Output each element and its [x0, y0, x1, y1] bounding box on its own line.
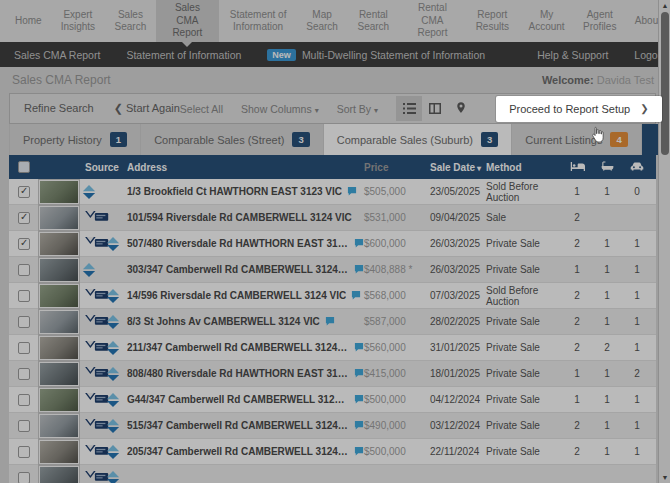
comment-bubble-icon[interactable] — [354, 369, 364, 378]
property-address-link[interactable]: 101/594 Riversdale Rd CAMBERWELL 3124 VI… — [127, 212, 352, 223]
price-cell: $500,000 — [364, 446, 430, 457]
sale-date-cell: 18/01/2025 — [430, 368, 486, 379]
table-row: 211/347 Camberwell Rd CAMBERWELL 3124 VI… — [9, 335, 656, 361]
col-header-sale-date[interactable]: Sale Date▾ — [430, 162, 486, 173]
beds-cell: 2 — [562, 238, 592, 249]
property-thumbnail[interactable] — [39, 310, 79, 334]
nav-item[interactable]: Report Results — [465, 0, 519, 42]
method-cell: Sold Before Auction — [486, 285, 562, 307]
property-thumbnail[interactable] — [39, 284, 79, 308]
grid-view-icon — [429, 103, 441, 114]
subnav-link[interactable]: Sales CMA Report — [14, 49, 100, 61]
sale-date-cell: 26/03/2025 — [430, 264, 486, 275]
row-checkbox[interactable] — [18, 394, 30, 406]
vertical-scrollbar[interactable]: ▲ ▼ — [658, 0, 670, 483]
property-address-link[interactable]: 808/480 Riversdale Rd HAWTHORN EAST 3123… — [127, 368, 349, 379]
proceed-to-report-setup-button[interactable]: Proceed to Report Setup ❯ — [496, 96, 661, 122]
row-checkbox[interactable] — [18, 342, 30, 354]
row-checkbox[interactable] — [18, 420, 30, 432]
nav-item[interactable]: Sales CMA Report — [156, 0, 219, 42]
select-all-checkbox[interactable] — [18, 161, 30, 173]
nav-item[interactable]: Sales Search — [105, 0, 156, 42]
nav-item[interactable]: Rental CMA Report — [400, 0, 465, 42]
property-address-link[interactable]: 205/347 Camberwell Rd CAMBERWELL 3124 VI… — [127, 446, 349, 457]
tab[interactable]: Property History 1 — [9, 124, 141, 155]
show-columns-dropdown[interactable]: Show Columns▾ — [241, 103, 319, 115]
scrollbar-up-arrow[interactable]: ▲ — [659, 0, 670, 11]
row-checkbox[interactable] — [18, 186, 30, 198]
comment-bubble-icon[interactable] — [351, 291, 361, 300]
property-address-link[interactable]: G44/347 Camberwell Rd CAMBERWELL 3124 VI… — [127, 394, 349, 405]
comment-bubble-icon[interactable] — [354, 395, 364, 404]
table-row: 303/347 Camberwell Rd CAMBERWELL 3124 VI… — [9, 257, 656, 283]
property-address-link[interactable]: 14/596 Riversdale Rd CAMBERWELL 3124 VIC — [127, 290, 346, 301]
method-cell: Private Sale — [486, 264, 562, 275]
property-thumbnail[interactable] — [39, 388, 79, 412]
refine-search-link[interactable]: Refine Search — [24, 102, 94, 115]
row-checkbox[interactable] — [18, 212, 30, 224]
property-thumbnail[interactable] — [39, 232, 79, 256]
property-thumbnail[interactable] — [39, 258, 79, 282]
list-view-icon — [403, 103, 416, 114]
show-columns-label: Show Columns — [241, 103, 312, 115]
comment-bubble-icon[interactable] — [325, 317, 335, 326]
tab[interactable]: Comparable Sales (Suburb) 3 — [324, 124, 513, 155]
nav-item[interactable]: Map Search — [297, 0, 347, 42]
subnav-link[interactable]: New Multi-Dwelling Statement of Informat… — [267, 49, 485, 61]
row-checkbox[interactable] — [18, 264, 30, 276]
scrollbar-thumb[interactable] — [661, 12, 669, 155]
row-checkbox[interactable] — [18, 472, 30, 483]
tab[interactable]: Comparable Sales (Street) 3 — [141, 124, 324, 155]
comment-bubble-icon[interactable] — [354, 447, 364, 456]
property-address-link[interactable]: 8/3 St Johns Av CAMBERWELL 3124 VIC — [127, 316, 320, 327]
row-checkbox[interactable] — [18, 290, 30, 302]
property-thumbnail[interactable] — [39, 206, 79, 230]
beds-cell: 2 — [562, 290, 592, 301]
row-checkbox[interactable] — [18, 368, 30, 380]
scrollbar-down-arrow[interactable]: ▼ — [659, 472, 670, 483]
property-thumbnail[interactable] — [39, 362, 79, 386]
comment-bubble-icon[interactable] — [354, 421, 364, 430]
comment-bubble-icon[interactable] — [347, 187, 357, 196]
nav-item[interactable]: Home — [6, 0, 51, 42]
row-checkbox[interactable] — [18, 238, 30, 250]
col-header-beds — [562, 162, 592, 173]
grid-view-button[interactable] — [422, 96, 448, 121]
tab[interactable]: Current Listings 4 — [512, 124, 641, 155]
property-thumbnail[interactable] — [39, 466, 79, 483]
nav-item[interactable]: My Account — [519, 0, 573, 42]
property-address-link[interactable]: 515/347 Camberwell Rd CAMBERWELL 3124 VI… — [127, 420, 349, 431]
diamond-source-logo — [106, 419, 120, 433]
comment-bubble-icon[interactable] — [354, 265, 364, 274]
nav-item[interactable]: Agent Profiles — [574, 0, 626, 42]
row-checkbox[interactable] — [18, 446, 30, 458]
diamond-source-logo — [106, 445, 120, 459]
property-thumbnail[interactable] — [39, 336, 79, 360]
list-view-button[interactable] — [396, 96, 422, 121]
comment-bubble-icon[interactable] — [354, 343, 364, 352]
subnav-link[interactable]: Help & Support — [537, 49, 608, 61]
property-address-link[interactable]: 303/347 Camberwell Rd CAMBERWELL 3124 VI… — [127, 264, 349, 275]
property-address-link[interactable]: 507/480 Riversdale Rd HAWTHORN EAST 3123… — [127, 238, 349, 249]
start-again-link[interactable]: ❮ Start Again — [114, 102, 180, 115]
property-thumbnail[interactable] — [39, 180, 79, 204]
top-nav: Home Expert Insights Sales Search Sales … — [0, 0, 670, 42]
nav-item[interactable]: Expert Insights — [51, 0, 105, 42]
subnav-link[interactable]: Statement of Information — [126, 49, 241, 61]
diamond-source-logo — [106, 341, 120, 355]
map-view-button[interactable] — [448, 96, 474, 121]
sort-caret-icon: ▾ — [477, 164, 481, 173]
sort-by-dropdown[interactable]: Sort By▾ — [337, 103, 378, 115]
nav-item[interactable]: Statement of Information — [219, 0, 297, 42]
property-thumbnail[interactable] — [39, 414, 79, 438]
sale-date-cell: 23/05/2025 — [430, 186, 486, 197]
select-all-link[interactable]: Select All — [180, 103, 223, 115]
property-address-link[interactable]: 211/347 Camberwell Rd CAMBERWELL 3124 VI… — [127, 342, 349, 353]
comment-bubble-icon[interactable] — [354, 239, 364, 248]
sale-date-cell: 31/01/2025 — [430, 342, 486, 353]
nav-item[interactable]: Rental Search — [347, 0, 400, 42]
beds-cell: 2 — [562, 342, 592, 353]
property-address-link[interactable]: 1/3 Brookfield Ct HAWTHORN EAST 3123 VIC — [127, 186, 342, 197]
property-thumbnail[interactable] — [39, 440, 79, 464]
row-checkbox[interactable] — [18, 316, 30, 328]
